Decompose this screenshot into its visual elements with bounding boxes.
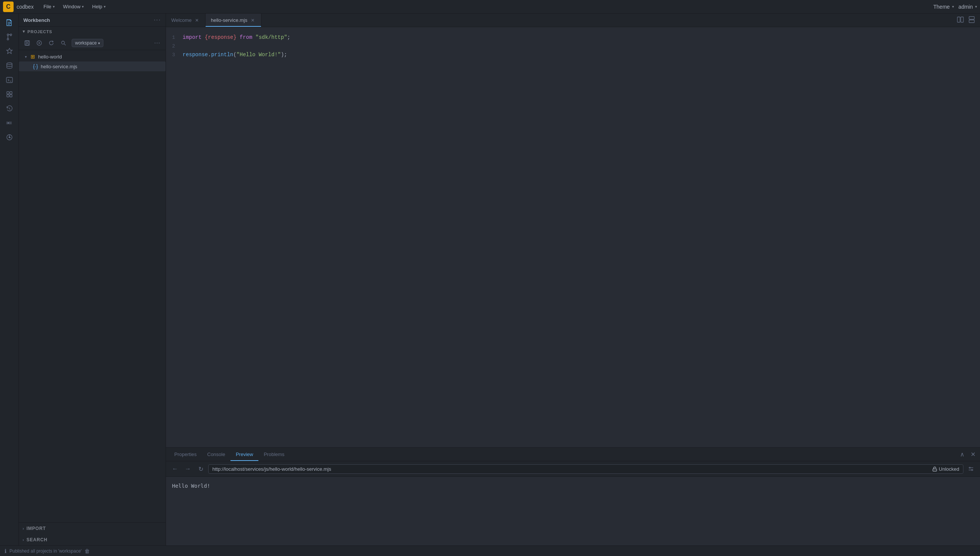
refresh-button[interactable]: [46, 38, 57, 48]
close-panel-button[interactable]: ✕: [969, 450, 977, 459]
icon-bar: [0, 14, 19, 545]
search-section[interactable]: › SEARCH: [19, 534, 166, 545]
bottom-panel-actions: ∧ ✕: [959, 450, 977, 459]
welcome-tab-close[interactable]: ✕: [194, 17, 200, 23]
welcome-tab[interactable]: Welcome ✕: [166, 14, 205, 27]
problems-tab[interactable]: Problems: [258, 448, 290, 461]
admin-chevron: ▾: [975, 5, 977, 9]
window-menu-chevron: ▾: [82, 5, 84, 9]
search-label: SEARCH: [26, 537, 47, 542]
monitoring-icon[interactable]: [3, 131, 16, 144]
split-horizontal-button[interactable]: [956, 15, 965, 25]
database-svg: [6, 62, 13, 70]
database-icon[interactable]: [3, 59, 16, 73]
preview-tab[interactable]: Preview: [231, 448, 258, 461]
admin-button[interactable]: admin ▾: [959, 4, 977, 10]
svg-rect-10: [7, 92, 9, 94]
svg-rect-17: [26, 41, 28, 42]
window-menu[interactable]: Window ▾: [59, 2, 87, 11]
deploy-icon[interactable]: [3, 45, 16, 58]
file-menu[interactable]: File ▾: [40, 2, 58, 11]
bottom-panel-tabs: Properties Console Preview Problems ∧ ✕: [166, 448, 980, 461]
status-bar: ℹ Published all projects in 'workspace' …: [0, 545, 980, 556]
preview-output: Hello World!: [172, 483, 210, 489]
preview-settings-button[interactable]: [965, 464, 976, 474]
projects-label: PROJECTS: [27, 29, 52, 34]
theme-button[interactable]: Theme ▾: [933, 4, 954, 10]
files-icon[interactable]: [3, 16, 16, 29]
properties-tab[interactable]: Properties: [169, 448, 202, 461]
sidebar: Workbench ··· ▾ PROJECTS: [19, 14, 166, 545]
editor-area: Welcome ✕ hello-service.mjs ✕: [166, 14, 980, 545]
project-name: hello-world: [38, 54, 162, 60]
pipeline-icon[interactable]: [3, 116, 16, 130]
svg-point-30: [969, 467, 970, 469]
svg-point-31: [972, 470, 973, 471]
deploy-svg: [6, 47, 13, 55]
file-tab[interactable]: hello-service.mjs ✕: [205, 14, 262, 27]
projects-collapse-arrow: ▾: [23, 29, 25, 34]
unlocked-badge[interactable]: Unlocked: [932, 466, 959, 472]
unlock-icon: [932, 466, 937, 472]
forward-button[interactable]: →: [182, 464, 193, 474]
svg-point-15: [9, 137, 10, 138]
console-tab[interactable]: Console: [202, 448, 231, 461]
reload-button[interactable]: ↻: [195, 464, 206, 474]
svg-point-7: [7, 63, 12, 65]
url-bar: http://localhost/services/js/hello-world…: [208, 464, 964, 474]
import-arrow: ›: [23, 527, 24, 531]
import-section[interactable]: › IMPORT: [19, 523, 166, 534]
svg-rect-16: [25, 41, 29, 45]
files-svg: [6, 19, 13, 26]
file-tab-close[interactable]: ✕: [250, 17, 256, 23]
search-button[interactable]: [58, 38, 69, 48]
sidebar-more-button[interactable]: ···: [154, 16, 161, 23]
help-menu[interactable]: Help ▾: [88, 2, 110, 11]
svg-rect-25: [969, 16, 974, 19]
split-vertical-icon: [968, 16, 975, 23]
svg-rect-12: [7, 95, 9, 97]
svg-rect-26: [969, 20, 974, 23]
split-vertical-button[interactable]: [967, 15, 976, 25]
terminal-svg: [6, 76, 13, 84]
history-icon[interactable]: [3, 102, 16, 115]
project-item[interactable]: ▾ ⊞ hello-world: [19, 52, 166, 61]
logo-text: C: [6, 3, 11, 10]
tab-bar: Welcome ✕ hello-service.mjs ✕: [166, 14, 980, 27]
git-svg: [6, 33, 13, 41]
sidebar-bottom: › IMPORT › SEARCH: [19, 522, 166, 545]
file-item[interactable]: {·} hello-service.mjs: [19, 61, 166, 71]
url-text: http://localhost/services/js/hello-world…: [212, 466, 930, 472]
code-line-2: 2: [166, 42, 980, 50]
pipeline-svg: [6, 119, 13, 127]
packages-icon[interactable]: [3, 87, 16, 101]
run-button[interactable]: [34, 38, 45, 48]
status-message: Published all projects in 'workspace': [10, 548, 81, 554]
preview-settings-icon: [968, 466, 974, 472]
svg-rect-27: [933, 469, 936, 471]
unlocked-label: Unlocked: [939, 466, 959, 472]
code-editor[interactable]: 1 import {response} from "sdk/http"; 2 3…: [166, 27, 980, 448]
back-button[interactable]: ←: [170, 464, 180, 474]
menubar: C codbex File ▾ Window ▾ Help ▾ Theme ▾ …: [0, 0, 980, 14]
git-icon[interactable]: [3, 30, 16, 44]
import-label: IMPORT: [26, 526, 46, 531]
svg-rect-23: [957, 17, 960, 22]
menu-items: File ▾ Window ▾ Help ▾: [40, 2, 933, 11]
collapse-panel-button[interactable]: ∧: [959, 450, 966, 459]
terminal-icon[interactable]: [3, 73, 16, 87]
code-line-3: 3 response.println("Hello World!");: [166, 50, 980, 59]
svg-marker-20: [39, 42, 41, 44]
file-tree: ▾ ⊞ hello-world {·} hello-service.mjs: [19, 50, 166, 522]
sidebar-title: Workbench: [23, 17, 50, 23]
svg-rect-11: [10, 92, 12, 94]
svg-rect-24: [961, 17, 964, 22]
split-horizontal-icon: [957, 16, 964, 23]
workspace-selector[interactable]: workspace ▾: [72, 39, 103, 47]
preview-content: Hello World!: [166, 477, 980, 545]
dismiss-status-button[interactable]: 🗑: [84, 548, 90, 554]
monitoring-svg: [6, 134, 13, 141]
save-button[interactable]: [22, 38, 32, 48]
toolbar-more-button[interactable]: ···: [152, 38, 163, 48]
svg-point-4: [7, 34, 9, 36]
